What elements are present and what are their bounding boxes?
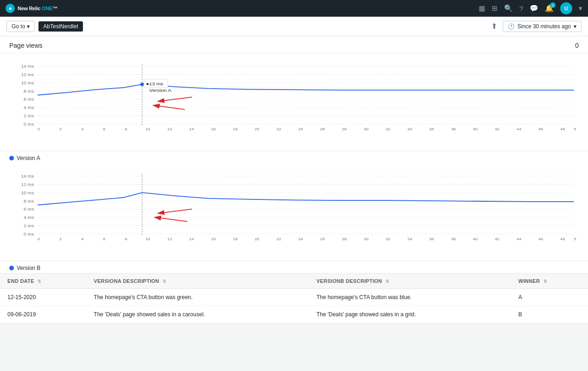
chart1-legend-dot bbox=[9, 156, 14, 160]
svg-text:14: 14 bbox=[189, 127, 194, 131]
row1-winner: A bbox=[511, 289, 588, 306]
clock-icon: 🕐 bbox=[508, 23, 515, 30]
svg-text:8 ms: 8 ms bbox=[24, 89, 34, 93]
search-icon[interactable]: 🔍 bbox=[504, 4, 513, 13]
sort-icon-end-date[interactable]: ⇅ bbox=[38, 279, 41, 284]
user-avatar[interactable]: U bbox=[560, 2, 572, 14]
svg-text:2 ms: 2 ms bbox=[24, 114, 34, 118]
svg-text:6: 6 bbox=[103, 237, 105, 241]
svg-text:6 ms: 6 ms bbox=[24, 207, 34, 211]
nerdlet-tag[interactable]: AbTestNerdlet bbox=[38, 21, 82, 32]
svg-text:10 ms: 10 ms bbox=[21, 191, 34, 195]
chart2-svg: 14 ms 12 ms 10 ms 8 ms 6 ms 4 ms 2 ms 0 … bbox=[9, 168, 579, 242]
svg-text:16: 16 bbox=[211, 237, 215, 241]
svg-text:30: 30 bbox=[364, 237, 368, 241]
svg-text:30: 30 bbox=[364, 127, 368, 131]
th-versiona-desc: VERSIONA DESCRIPTION ⇅ bbox=[86, 274, 309, 289]
chart1-line bbox=[38, 84, 574, 95]
svg-text:0: 0 bbox=[38, 127, 40, 131]
svg-text:46: 46 bbox=[538, 237, 543, 241]
svg-text:2: 2 bbox=[59, 237, 62, 241]
svg-text:12 ms: 12 ms bbox=[21, 72, 34, 77]
svg-text:38: 38 bbox=[451, 237, 455, 241]
svg-text:34: 34 bbox=[407, 127, 412, 131]
svg-text:44: 44 bbox=[517, 127, 521, 131]
th-versionb-desc: VERSIONB DESCRIPTION ⇅ bbox=[309, 274, 511, 289]
svg-text:6: 6 bbox=[103, 127, 105, 131]
time-picker[interactable]: 🕐 Since 30 minutes ago ▾ bbox=[503, 21, 582, 32]
chart2-legend-dot bbox=[9, 266, 14, 270]
share-icon: ⬆ bbox=[491, 22, 497, 30]
breadcrumb-bar: Go to ▾ AbTestNerdlet ⬆ 🕐 Since 30 minut… bbox=[0, 17, 588, 36]
svg-text:6 ms: 6 ms bbox=[24, 97, 34, 102]
row2-winner: B bbox=[511, 306, 588, 323]
svg-text:8: 8 bbox=[125, 237, 127, 241]
row1-versiona-desc: The homepage's CTA button was green. bbox=[86, 289, 309, 306]
svg-text:24: 24 bbox=[298, 237, 303, 241]
table-header-row: END DATE ⇅ VERSIONA DESCRIPTION ⇅ VERSIO… bbox=[0, 274, 588, 289]
svg-text:14 ms: 14 ms bbox=[21, 64, 34, 69]
sort-icon-winner[interactable]: ⇅ bbox=[544, 279, 547, 284]
svg-text:22: 22 bbox=[277, 237, 281, 241]
svg-text:18: 18 bbox=[233, 127, 237, 131]
chart-bar-icon[interactable]: ▦ bbox=[479, 4, 485, 13]
svg-text:36: 36 bbox=[429, 237, 434, 241]
svg-text:Version A: Version A bbox=[149, 88, 171, 93]
chart2-wrapper: 14 ms 12 ms 10 ms 8 ms 6 ms 4 ms 2 ms 0 … bbox=[0, 163, 588, 273]
svg-text:0 ms: 0 ms bbox=[24, 122, 34, 126]
breadcrumb-right: ⬆ 🕐 Since 30 minutes ago ▾ bbox=[491, 21, 582, 32]
ab-test-table: END DATE ⇅ VERSIONA DESCRIPTION ⇅ VERSIO… bbox=[0, 274, 588, 323]
sort-icon-versiona[interactable]: ⇅ bbox=[163, 279, 166, 284]
svg-text:4 ms: 4 ms bbox=[24, 215, 34, 220]
chart1-area: 14 ms 12 ms 10 ms 8 ms 6 ms 4 ms 2 ms 0 … bbox=[9, 53, 579, 146]
help-icon[interactable]: ? bbox=[519, 5, 523, 13]
chart2-legend-label: Version B bbox=[17, 265, 40, 271]
row2-versiona-desc: The 'Deals' page showed sales in a carou… bbox=[86, 306, 309, 323]
svg-text:18: 18 bbox=[233, 237, 237, 241]
chart1-tooltip-dot bbox=[140, 83, 144, 86]
sort-icon-versionb[interactable]: ⇅ bbox=[386, 279, 389, 284]
svg-text:42: 42 bbox=[495, 127, 499, 131]
svg-text:40: 40 bbox=[473, 127, 478, 131]
svg-text:12: 12 bbox=[167, 237, 172, 241]
svg-text:24: 24 bbox=[298, 127, 303, 131]
th-end-date: END DATE ⇅ bbox=[0, 274, 86, 289]
svg-text:14: 14 bbox=[189, 237, 194, 241]
svg-text:44: 44 bbox=[517, 237, 521, 241]
svg-text:22: 22 bbox=[277, 127, 281, 131]
nav-right: ▦ ⊞ 🔍 ? 💬 🔔 1 U ▾ bbox=[479, 2, 582, 14]
chart2-area: 14 ms 12 ms 10 ms 8 ms 6 ms 4 ms 2 ms 0 … bbox=[9, 163, 579, 256]
breadcrumb-left: Go to ▾ AbTestNerdlet bbox=[6, 21, 83, 32]
svg-text:●13 ms: ●13 ms bbox=[146, 81, 163, 86]
svg-text:32: 32 bbox=[386, 127, 390, 131]
row2-end-date: 09-06-2019 bbox=[0, 306, 86, 323]
svg-text:2: 2 bbox=[59, 127, 62, 131]
goto-button[interactable]: Go to ▾ bbox=[6, 21, 35, 32]
top-nav: New Relic ONE™ ▦ ⊞ 🔍 ? 💬 🔔 1 U ▾ bbox=[0, 0, 588, 17]
svg-text:20: 20 bbox=[254, 127, 259, 131]
goto-chevron-icon: ▾ bbox=[27, 23, 30, 30]
time-label: Since 30 minutes ago bbox=[518, 23, 571, 30]
logo-icon bbox=[6, 4, 15, 13]
svg-text:28: 28 bbox=[342, 237, 347, 241]
chart1-legend: Version A bbox=[0, 151, 588, 163]
svg-text:14 ms: 14 ms bbox=[21, 174, 34, 179]
svg-text:5: 5 bbox=[574, 127, 576, 131]
account-chevron-icon[interactable]: ▾ bbox=[579, 4, 582, 13]
chart1-container: 14 ms 12 ms 10 ms 8 ms 6 ms 4 ms 2 ms 0 … bbox=[0, 53, 588, 151]
page-views-count: 0 bbox=[575, 42, 579, 49]
grid-icon[interactable]: ⊞ bbox=[492, 4, 498, 13]
svg-line-21 bbox=[154, 105, 185, 109]
bell-notification: 🔔 1 bbox=[545, 4, 554, 13]
table-body: 12-15-2020 The homepage's CTA button was… bbox=[0, 289, 588, 323]
app-name: New Relic ONE™ bbox=[18, 6, 57, 11]
chart1-svg: 14 ms 12 ms 10 ms 8 ms 6 ms 4 ms 2 ms 0 … bbox=[9, 58, 579, 132]
share-button[interactable]: ⬆ bbox=[491, 22, 497, 31]
chat-icon[interactable]: 💬 bbox=[530, 4, 538, 13]
row2-versionb-desc: The 'Deals' page showed sales in a grid. bbox=[309, 306, 511, 323]
svg-text:48: 48 bbox=[560, 237, 565, 241]
chart2-container: 14 ms 12 ms 10 ms 8 ms 6 ms 4 ms 2 ms 0 … bbox=[0, 163, 588, 261]
chart1-wrapper: 14 ms 12 ms 10 ms 8 ms 6 ms 4 ms 2 ms 0 … bbox=[0, 53, 588, 163]
svg-text:8: 8 bbox=[125, 127, 127, 131]
th-winner: WINNER ⇅ bbox=[511, 274, 588, 289]
